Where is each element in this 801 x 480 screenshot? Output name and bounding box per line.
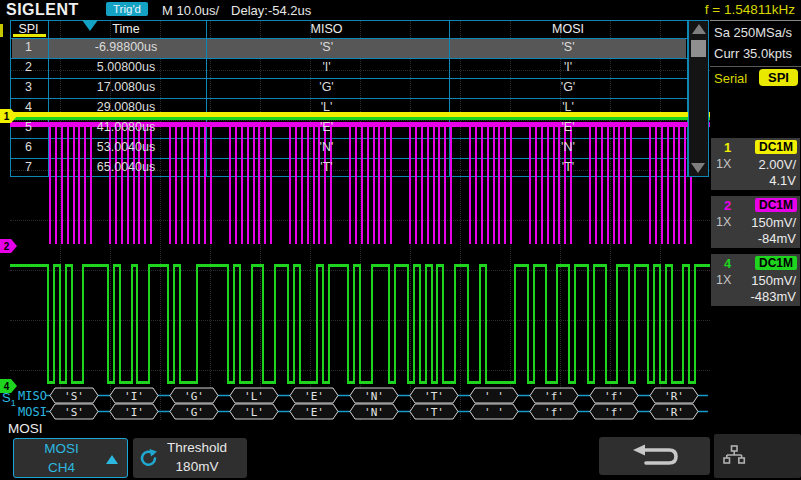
cell-time: 65.0040us <box>47 157 205 177</box>
cell-miso: 'I' <box>205 57 448 77</box>
cell-miso: 'L' <box>205 97 448 117</box>
mosi-data-edge <box>593 264 595 384</box>
mosi-data-edge <box>227 264 229 384</box>
mosi-data-edge <box>113 264 115 384</box>
probe-ratio: 1X <box>716 215 731 229</box>
cell-mosi: 'N' <box>448 137 688 157</box>
svg-text:' ': ' ' <box>484 390 504 403</box>
mosi-data-edge <box>431 264 433 384</box>
svg-text:'S': 'S' <box>64 390 84 403</box>
mosi-data-edge <box>394 264 396 384</box>
scroll-down-icon[interactable] <box>691 163 705 173</box>
serial-label: Serial <box>714 71 747 86</box>
mosi-data-edge <box>556 264 558 384</box>
coupling-badge: DC1M <box>755 198 797 212</box>
mosi-data-edge <box>388 264 390 384</box>
mosi-data-edge <box>436 264 438 384</box>
mosi-data-edge <box>131 264 133 384</box>
mosi-data-edge <box>287 264 289 384</box>
mosi-data-edge <box>694 264 696 384</box>
table-header-miso: MISO <box>205 20 448 37</box>
scroll-up-icon[interactable] <box>692 24 706 34</box>
right-info-panel: Sa 250MSa/s Curr 35.0kpts Serial SPI 1 D… <box>710 20 801 420</box>
channel2-info-box[interactable]: 2 DC1M 1X 150mV/ -84mV <box>711 196 800 248</box>
coupling-badge: DC1M <box>755 140 797 154</box>
group-number: 1 <box>11 398 16 408</box>
volts-per-div: 2.00V/ <box>758 157 796 172</box>
svg-text:'R': 'R' <box>664 406 684 419</box>
delay-value: Delay:-54.2us <box>231 3 311 18</box>
mosi-data-edge <box>605 264 607 384</box>
mosi-data-edge <box>425 264 427 384</box>
table-scrollbar[interactable] <box>688 20 709 177</box>
mosi-data-edge <box>274 264 276 384</box>
cell-index: 7 <box>10 157 47 177</box>
mosi-source-button[interactable]: MOSI CH4 <box>13 438 128 478</box>
mosi-data-edge <box>322 264 324 384</box>
mosi-data-edge <box>53 264 55 384</box>
sample-rate-readout: Sa 250MSa/s <box>714 25 792 40</box>
mosi-data-edge <box>82 264 84 384</box>
chevron-up-icon <box>106 455 118 464</box>
mosi-data-edge <box>419 264 421 384</box>
mosi-data-edge <box>587 264 589 384</box>
timebase-readout: M 10.0us/Delay:-54.2us <box>162 3 323 18</box>
mosi-data-edge <box>371 264 373 384</box>
svg-text:'f': 'f' <box>544 390 564 403</box>
mosi-data-edge <box>659 264 661 384</box>
probe-ratio: 1X <box>716 273 731 287</box>
svg-text:' ': ' ' <box>484 406 504 419</box>
mosi-data-edge <box>616 264 618 384</box>
threshold-button[interactable]: Threshold 180mV <box>133 438 247 478</box>
channel-number: 4 <box>724 256 731 271</box>
trigger-position-icon[interactable] <box>82 20 98 31</box>
sidebar-divider <box>710 66 801 67</box>
trigger-status-badge: Trig'd <box>106 2 148 16</box>
mosi-data-edge <box>107 264 109 384</box>
cell-mosi: 'S' <box>448 37 688 57</box>
svg-text:'G': 'G' <box>184 406 204 419</box>
channel4-info-box[interactable]: 4 DC1M 1X 150mV/ -483mV <box>711 254 800 306</box>
mosi-data-edge <box>167 264 169 384</box>
cell-time: 5.00800us <box>47 57 205 77</box>
mosi-data-edge <box>514 264 516 384</box>
group-letter: S <box>2 390 11 405</box>
bus-config-button[interactable] <box>714 434 801 478</box>
svg-text:'R': 'R' <box>664 390 684 403</box>
table-header-time: Time <box>47 20 205 37</box>
channel2-marker[interactable]: 2 <box>0 239 17 253</box>
return-button[interactable] <box>599 437 710 475</box>
mosi-data-edge <box>47 264 49 384</box>
mosi-data-edge <box>485 264 487 384</box>
mosi-data-edge <box>527 264 529 384</box>
mosi-data-edge <box>634 264 636 384</box>
scrollbar-thumb[interactable] <box>691 40 706 57</box>
decode-bus-frames: 'S''S''I''I''G''G''L''L''E''E''N''N''T''… <box>0 386 710 422</box>
svg-text:'T': 'T' <box>424 406 444 419</box>
timebase-value: M 10.0us/ <box>162 3 219 18</box>
mosi-data-edge <box>59 264 61 384</box>
mosi-data-edge <box>647 264 649 384</box>
mosi-data-edge <box>545 264 547 384</box>
cell-mosi: 'L' <box>448 97 688 117</box>
mosi-data-edge <box>479 264 481 384</box>
cell-time: 17.0080us <box>47 77 205 97</box>
cell-miso: 'S' <box>205 37 448 57</box>
mosi-data-edge <box>136 264 138 384</box>
channel-offset: -483mV <box>750 289 796 304</box>
channel1-info-box[interactable]: 1 DC1M 1X 2.00V/ 4.1V <box>711 138 800 190</box>
rotary-knob-icon <box>138 448 158 468</box>
mosi-data-edge <box>173 264 175 384</box>
cell-index: 4 <box>10 97 47 117</box>
serial-type-badge[interactable]: SPI <box>759 69 798 86</box>
mosi-data-edge <box>328 264 330 384</box>
svg-text:'I': 'I' <box>124 406 144 419</box>
mosi-data-edge <box>665 264 667 384</box>
mosi-data-edge <box>653 264 655 384</box>
cell-index: 3 <box>10 77 47 97</box>
channel-offset: -84mV <box>758 231 796 246</box>
top-status-bar: SIGLENT Trig'd M 10.0us/Delay:-54.2us f … <box>0 0 801 20</box>
cell-miso: 'N' <box>205 137 448 157</box>
mosi-data-edge <box>316 264 318 384</box>
volts-per-div: 150mV/ <box>751 273 796 288</box>
